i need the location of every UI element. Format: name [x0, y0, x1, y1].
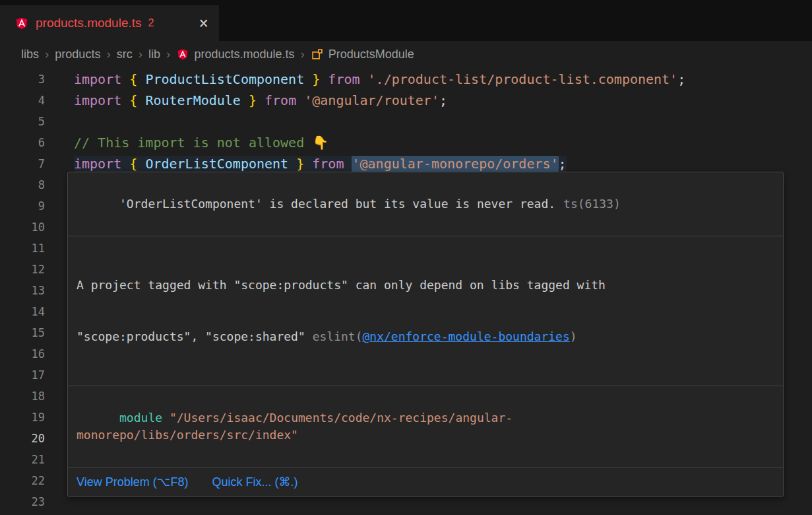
breadcrumb-label: libs: [21, 48, 39, 61]
hover-diagnostic-eslint: A project tagged with "scope:products" c…: [68, 236, 783, 386]
breadcrumb-item-libs[interactable]: libs: [21, 48, 39, 61]
code-token: import: [74, 92, 129, 108]
line-number[interactable]: 9: [0, 195, 65, 217]
line-number[interactable]: 23: [0, 491, 65, 512]
angular-icon: [15, 16, 29, 30]
code-token: '@angular/router': [304, 92, 439, 108]
quick-fix-button[interactable]: Quick Fix... (⌘.): [212, 473, 297, 491]
code-token: 👇: [312, 135, 328, 151]
tab-problem-badge: 2: [148, 17, 154, 29]
line-number[interactable]: 5: [0, 111, 65, 132]
module-keyword: module: [119, 411, 162, 425]
code-text: import { RouterModule } from '@angular/r…: [74, 92, 447, 108]
line-number[interactable]: 17: [0, 364, 65, 386]
code-text: import { ProductListComponent } from './…: [74, 71, 685, 87]
module-path-line-2: monorepo/libs/orders/src/index": [77, 428, 298, 442]
line-number[interactable]: 16: [0, 343, 65, 364]
line-number[interactable]: 22: [0, 470, 65, 491]
line-number[interactable]: 6: [0, 132, 65, 153]
code-token: './product-list/product-list.component': [368, 71, 678, 87]
line-number[interactable]: 19: [0, 407, 65, 428]
breadcrumb-item-src[interactable]: src: [117, 48, 133, 61]
breadcrumb-separator: ›: [106, 47, 110, 61]
code-text: import { OrderListComponent } from '@ang…: [74, 156, 567, 172]
hover-module-path: module "/Users/isaac/Documents/code/nx-r…: [68, 386, 783, 467]
code-token: [320, 71, 328, 87]
eslint-message-text: A project tagged with "scope:products" c…: [77, 278, 606, 292]
breadcrumb-label: ProductsModule: [328, 48, 414, 61]
breadcrumb-item-lib[interactable]: lib: [148, 48, 160, 61]
breadcrumb-separator: ›: [45, 47, 49, 61]
code-token: {: [129, 156, 137, 172]
code-line-3[interactable]: 3import { ProductListComponent } from '.…: [0, 69, 812, 90]
class-symbol-icon: [311, 48, 324, 61]
line-number[interactable]: 13: [0, 280, 65, 301]
code-token: // This import is not allowed: [74, 135, 312, 151]
eslint-rule-link[interactable]: @nx/enforce-module-boundaries: [362, 329, 569, 343]
hover-status-bar: View Problem (⌥F8) Quick Fix... (⌘.): [68, 467, 783, 497]
eslint-message-text-2: "scope:products", "scope:shared": [77, 329, 313, 343]
code-token: from: [265, 92, 304, 108]
code-token: ;: [677, 71, 685, 87]
breadcrumb-separator: ›: [166, 47, 170, 61]
eslint-source-suffix: ): [570, 329, 577, 343]
code-token: ;: [439, 92, 447, 108]
breadcrumb-label: lib: [148, 48, 160, 61]
view-problem-button[interactable]: View Problem (⌥F8): [77, 473, 188, 491]
line-number[interactable]: 12: [0, 259, 65, 280]
ts-diagnostic-message: 'OrderListComponent' is declared but its…: [119, 197, 555, 211]
code-token: import: [74, 71, 129, 87]
line-number[interactable]: 18: [0, 386, 65, 407]
line-number[interactable]: 20: [0, 428, 65, 449]
code-token: }: [312, 71, 320, 87]
editor-tab-products-module[interactable]: products.module.ts 2 ×: [0, 5, 219, 41]
code-content: import { RouterModule } from '@angular/r…: [65, 90, 812, 111]
eslint-message-line-2: "scope:products", "scope:shared" eslint(…: [77, 328, 774, 345]
line-number[interactable]: 15: [0, 322, 65, 343]
code-token: [257, 92, 265, 108]
code-token: RouterModule: [137, 92, 249, 108]
tab-bar: products.module.ts 2 ×: [0, 0, 812, 41]
line-number[interactable]: 4: [0, 90, 65, 111]
editor: 3import { ProductListComponent } from '.…: [0, 67, 812, 515]
code-token: ProductListComponent: [137, 71, 312, 87]
code-line-6[interactable]: 6// This import is not allowed 👇: [0, 132, 812, 153]
module-path-line-1: "/Users/isaac/Documents/code/nx-recipes/…: [162, 411, 513, 425]
code-line-5[interactable]: 5: [0, 111, 812, 132]
line-number[interactable]: 10: [0, 217, 65, 238]
code-token: }: [249, 92, 257, 108]
breadcrumb-separator: ›: [300, 47, 304, 61]
hover-diagnostic-ts: 'OrderListComponent' is declared but its…: [68, 172, 783, 236]
breadcrumb: libs›products›src›lib›products.module.ts…: [0, 41, 812, 67]
eslint-message-line-1: A project tagged with "scope:products" c…: [77, 277, 774, 294]
line-number[interactable]: 7: [0, 153, 65, 174]
code-line-4[interactable]: 4import { RouterModule } from '@angular/…: [0, 90, 812, 111]
breadcrumb-item-products.module.ts[interactable]: products.module.ts: [176, 48, 294, 61]
code-token: {: [129, 92, 137, 108]
code-content: // This import is not allowed 👇: [65, 132, 812, 153]
angular-icon: [176, 48, 189, 61]
code-token: {: [129, 71, 137, 87]
code-content: [65, 111, 812, 132]
breadcrumb-separator: ›: [139, 47, 142, 61]
line-number[interactable]: 3: [0, 69, 65, 90]
hover-popup: 'OrderListComponent' is declared but its…: [67, 172, 784, 497]
line-number[interactable]: 11: [0, 238, 65, 259]
code-token: from: [328, 71, 367, 87]
breadcrumb-label: src: [117, 48, 133, 61]
code-token: }: [296, 156, 304, 172]
eslint-source-prefix: eslint(: [313, 329, 363, 343]
code-token: ;: [559, 156, 567, 172]
breadcrumb-item-products[interactable]: products: [55, 48, 100, 61]
highlighted-word: '@angular-monorepo/orders': [352, 156, 558, 172]
breadcrumb-item-ProductsModule[interactable]: ProductsModule: [311, 48, 414, 61]
tab-close-icon[interactable]: ×: [199, 15, 208, 31]
breadcrumb-label: products: [55, 48, 100, 61]
code-token: from: [312, 156, 352, 172]
line-number[interactable]: 8: [0, 174, 65, 195]
line-number[interactable]: 14: [0, 301, 65, 322]
line-number[interactable]: 21: [0, 449, 65, 470]
ts-diagnostic-code: ts(6133): [563, 197, 621, 211]
breadcrumb-label: products.module.ts: [194, 48, 294, 61]
tab-title: products.module.ts: [36, 16, 142, 30]
